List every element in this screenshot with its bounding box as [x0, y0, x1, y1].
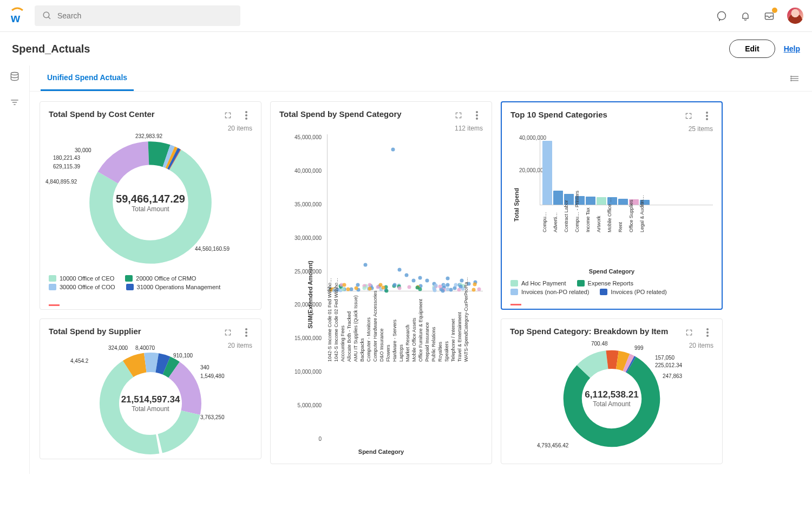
filter-icon[interactable]: [8, 96, 21, 109]
more-icon[interactable]: [240, 109, 252, 121]
donut-breakdown[interactable]: 6,112,538.21 Total Amount 700.48 999 157…: [510, 347, 713, 450]
card-breakdown: Top Spend Category: Breakdown by Item 20…: [501, 318, 723, 464]
svg-point-39: [706, 115, 708, 117]
page-titlebar: Spend_Actuals Edit Help: [0, 32, 812, 66]
workday-logo[interactable]: w: [9, 7, 26, 24]
dashboard-grid: Total Spend by Cost Center 20 items: [30, 92, 812, 474]
legend-item[interactable]: Invoices (PO related): [600, 289, 666, 295]
legend-item[interactable]: 31000 Operations Management: [126, 284, 221, 290]
card-title: Total Spend by Spend Category: [279, 109, 447, 119]
app-header: w: [0, 0, 812, 32]
inbox-badge: [772, 8, 777, 13]
legend-overflow-indicator[interactable]: [510, 304, 521, 305]
legend-item[interactable]: 20000 Office of CRMO: [125, 275, 196, 282]
scatter-chart[interactable]: SUM(Extended Amount) 45,000,00040,000,00…: [279, 134, 483, 455]
svg-point-38: [706, 112, 708, 114]
expand-icon[interactable]: [453, 109, 464, 121]
header-actions: [716, 8, 803, 24]
svg-point-37: [476, 118, 478, 120]
card-title: Total Spend by Supplier: [49, 327, 217, 336]
card-title: Top Spend Category: Breakdown by Item: [510, 327, 678, 336]
page-title: Spend_Actuals: [12, 43, 90, 55]
svg-point-43: [706, 335, 709, 337]
svg-point-16: [245, 114, 247, 116]
items-count: 112 items: [455, 125, 483, 132]
legend-overflow-indicator[interactable]: [49, 304, 60, 306]
search-icon: [41, 10, 53, 22]
edit-button[interactable]: Edit: [729, 40, 775, 58]
datasource-icon[interactable]: [8, 70, 21, 83]
donut-cost-center[interactable]: 59,466,147.29 Total Amount 232,983.92 30…: [49, 138, 252, 268]
svg-point-5: [11, 73, 18, 75]
card-top10: Top 10 Spend Categories 25 items Total S…: [501, 101, 723, 310]
card-supplier: Total Spend by Supplier 20 items: [40, 318, 261, 459]
x-axis-label: Spend Category: [279, 448, 483, 455]
svg-point-12: [791, 76, 792, 77]
help-link[interactable]: Help: [784, 44, 800, 53]
svg-point-15: [245, 111, 247, 113]
svg-point-17: [245, 118, 247, 120]
search-input[interactable]: [57, 11, 234, 20]
expand-icon[interactable]: [683, 110, 695, 122]
svg-point-42: [706, 331, 709, 334]
svg-text:w: w: [10, 11, 21, 24]
legend-item[interactable]: 10000 Office of CEO: [49, 275, 114, 282]
legend-item[interactable]: Ad Hoc Payment: [510, 280, 566, 286]
svg-point-41: [706, 328, 709, 330]
legend-top10: Ad Hoc Payment Expense Reports Invoices …: [510, 280, 713, 295]
expand-icon[interactable]: [222, 327, 234, 338]
svg-point-36: [476, 114, 478, 116]
tab-unified-spend-actuals[interactable]: Unified Spend Actuals: [41, 66, 134, 91]
main-layout: Unified Spend Actuals Total Spend by Cos…: [0, 66, 812, 474]
card-title: Top 10 Spend Categories: [510, 110, 677, 119]
search-field[interactable]: [35, 5, 240, 26]
legend-item[interactable]: Invoices (non-PO related): [510, 289, 589, 295]
items-count: 20 items: [228, 125, 252, 132]
svg-point-40: [706, 118, 708, 120]
x-axis-label: Spend Category: [510, 268, 713, 275]
legend-cost-center: 10000 Office of CEO 20000 Office of CRMO…: [49, 275, 252, 290]
tabs: Unified Spend Actuals: [30, 66, 812, 92]
expand-icon[interactable]: [222, 109, 234, 121]
donut-supplier[interactable]: 21,514,597.34 Total Amount 324,000 8,400…: [49, 349, 252, 458]
svg-point-26: [245, 331, 247, 334]
svg-point-35: [476, 111, 478, 113]
content-area: Unified Spend Actuals Total Spend by Cos…: [29, 66, 812, 474]
more-icon[interactable]: [702, 327, 713, 338]
card-title: Total Spend by Cost Center: [49, 109, 217, 119]
svg-point-1: [43, 12, 49, 18]
svg-point-14: [791, 80, 792, 81]
left-rail: [0, 66, 29, 474]
expand-icon[interactable]: [683, 327, 695, 338]
list-view-icon[interactable]: [789, 73, 801, 84]
legend-item[interactable]: Expense Reports: [577, 280, 633, 286]
card-scatter: Total Spend by Spend Category 112 items …: [270, 101, 492, 464]
svg-point-27: [245, 335, 247, 337]
card-cost-center: Total Spend by Cost Center 20 items: [40, 101, 261, 310]
more-icon[interactable]: [701, 110, 713, 122]
items-count: 25 items: [689, 125, 713, 133]
inbox-icon[interactable]: [763, 10, 775, 22]
items-count: 20 items: [228, 342, 252, 349]
svg-point-3: [718, 12, 726, 20]
more-icon[interactable]: [240, 327, 252, 338]
bell-icon[interactable]: [739, 10, 751, 22]
svg-point-13: [791, 78, 792, 79]
svg-line-2: [48, 17, 50, 19]
chat-icon[interactable]: [716, 10, 728, 22]
bar-chart[interactable]: Total Spend 40,000,00020,000,0000 Compu……: [510, 135, 713, 275]
more-icon[interactable]: [471, 109, 483, 121]
user-avatar[interactable]: [787, 8, 803, 24]
legend-item[interactable]: 30000 Office of COO: [49, 284, 115, 290]
svg-point-25: [245, 328, 247, 330]
